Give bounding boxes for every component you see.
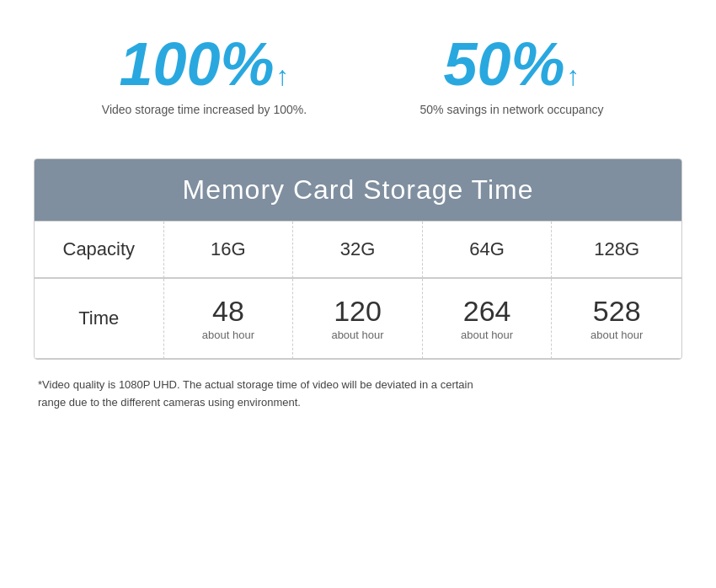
time-48-cell: 48 about hour — [164, 279, 294, 359]
stat-item-50: 50%↑ 50% savings in network occupancy — [358, 34, 665, 116]
time-48-unit: about hour — [202, 329, 254, 341]
capacity-128g: 128G — [594, 238, 639, 260]
time-528-unit: about hour — [590, 329, 643, 341]
time-120-cell: 120 about hour — [293, 279, 423, 359]
footnote-line1: *Video quality is 1080P UHD. The actual … — [38, 377, 678, 394]
time-264-number: 264 — [463, 296, 511, 327]
table-header-row: Capacity 16G 32G 64G 128G — [35, 221, 681, 278]
stat-arrow-100: ↑ — [276, 62, 290, 89]
capacity-label: Capacity — [63, 238, 136, 260]
time-label-cell: Time — [35, 279, 164, 359]
time-label: Time — [78, 307, 119, 329]
capacity-16g: 16G — [211, 238, 246, 260]
stat-percent-100: 100%↑ — [119, 34, 289, 94]
top-stats-section: 100%↑ Video storage time increased by 10… — [34, 25, 682, 125]
stat-percent-50: 50%↑ — [443, 34, 580, 94]
time-528-number: 528 — [593, 296, 641, 327]
table-title: Memory Card Storage Time — [35, 159, 681, 221]
stat-arrow-50: ↑ — [567, 62, 580, 89]
capacity-128g-cell: 128G — [552, 222, 681, 278]
capacity-32g: 32G — [340, 238, 376, 260]
stat-desc-50: 50% savings in network occupancy — [358, 103, 665, 116]
storage-time-table: Memory Card Storage Time Capacity 16G 32… — [34, 158, 682, 360]
stat-item-100: 100%↑ Video storage time increased by 10… — [51, 34, 358, 116]
time-120-unit: about hour — [331, 329, 383, 341]
footnote-line2: range due to the different cameras using… — [38, 394, 678, 412]
capacity-label-cell: Capacity — [35, 222, 164, 278]
capacity-64g: 64G — [469, 238, 505, 260]
time-264-cell: 264 about hour — [423, 279, 553, 359]
time-120-number: 120 — [334, 296, 382, 327]
stat-percent-value-100: 100% — [119, 34, 274, 94]
table-data-row: Time 48 about hour 120 about hour 264 ab… — [35, 278, 681, 359]
time-528-cell: 528 about hour — [552, 279, 681, 359]
time-264-unit: about hour — [461, 329, 513, 341]
capacity-32g-cell: 32G — [293, 222, 423, 278]
capacity-64g-cell: 64G — [423, 222, 553, 278]
footnote: *Video quality is 1080P UHD. The actual … — [34, 377, 682, 412]
capacity-16g-cell: 16G — [164, 222, 294, 278]
time-48-number: 48 — [212, 296, 244, 327]
stat-desc-100: Video storage time increased by 100%. — [51, 103, 358, 116]
stat-percent-value-50: 50% — [443, 34, 564, 94]
